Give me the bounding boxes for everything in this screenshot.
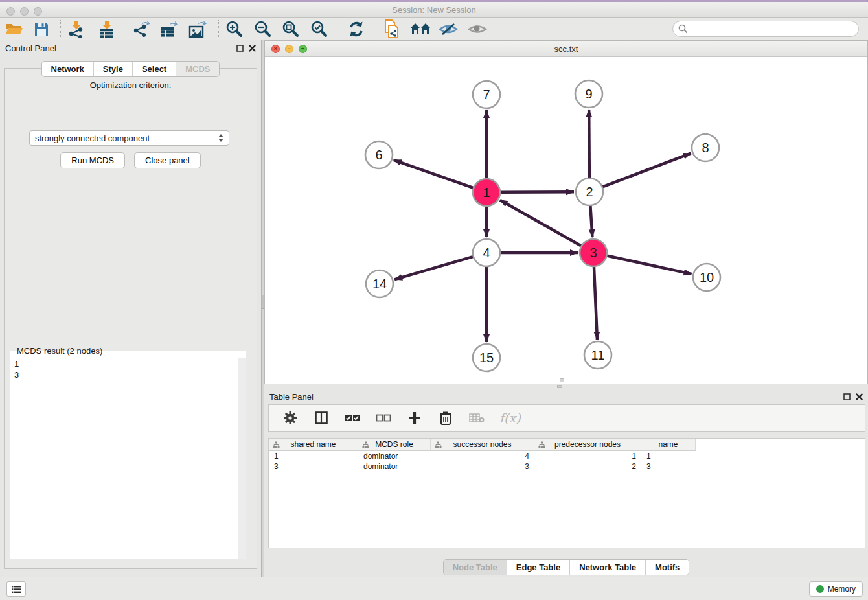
close-network-icon[interactable]: × xyxy=(271,45,280,53)
select-stepper-icon xyxy=(218,134,223,142)
horizontal-splitter[interactable] xyxy=(264,384,868,389)
select-all-button[interactable] xyxy=(344,410,361,426)
plus-icon xyxy=(408,411,421,424)
tab-style[interactable]: Style xyxy=(93,62,132,76)
show-all-button[interactable] xyxy=(466,19,488,39)
node-1[interactable]: 1 xyxy=(473,179,500,206)
table-row[interactable]: 3dominator323 xyxy=(269,461,865,472)
tab-edge-table[interactable]: Edge Table xyxy=(507,560,569,575)
app-title: Session: New Session xyxy=(392,5,475,15)
float-panel-icon[interactable] xyxy=(843,393,851,400)
run-mcds-button[interactable]: Run MCDS xyxy=(60,152,125,168)
close-panel-button[interactable]: Close panel xyxy=(134,152,201,168)
close-window-button[interactable] xyxy=(6,7,15,16)
new-network-from-selection-button[interactable] xyxy=(381,19,403,39)
save-session-button[interactable] xyxy=(30,19,52,39)
window-controls[interactable] xyxy=(6,7,42,16)
node-9[interactable]: 9 xyxy=(575,80,602,108)
edge-2-8[interactable] xyxy=(602,154,691,187)
search-input[interactable] xyxy=(688,24,858,34)
open-session-button[interactable] xyxy=(3,19,25,39)
close-panel-icon[interactable] xyxy=(856,393,863,400)
tab-select[interactable]: Select xyxy=(132,62,176,76)
edge-4-14[interactable] xyxy=(394,257,474,279)
splitter-grip[interactable] xyxy=(262,295,264,309)
network-window-controls[interactable]: × − + xyxy=(271,45,307,53)
splitter-grip[interactable] xyxy=(557,385,562,388)
task-history-button[interactable] xyxy=(6,581,26,597)
node-2[interactable]: 2 xyxy=(576,178,603,205)
edge-3-10[interactable] xyxy=(607,255,692,273)
zoom-in-button[interactable] xyxy=(223,19,246,39)
edge-3-1[interactable] xyxy=(500,200,582,246)
tab-mcds[interactable]: MCDS xyxy=(176,62,219,76)
column-header-MCDS-role[interactable]: MCDS role xyxy=(358,439,431,451)
node-7[interactable]: 7 xyxy=(473,81,500,108)
function-builder-button[interactable]: f(x) xyxy=(499,410,521,426)
edge-2-9[interactable] xyxy=(589,110,589,178)
minimize-window-button[interactable] xyxy=(20,7,29,16)
memory-button[interactable]: Memory xyxy=(809,581,863,597)
edge-1-2[interactable] xyxy=(500,192,574,192)
search-field[interactable] xyxy=(672,21,859,37)
tab-network-table[interactable]: Network Table xyxy=(569,560,645,575)
hide-selected-button[interactable] xyxy=(437,19,459,39)
delete-row-button[interactable] xyxy=(437,410,454,426)
float-panel-icon[interactable] xyxy=(236,45,244,52)
import-network-button[interactable] xyxy=(65,19,87,39)
optimization-criterion-value: strongly connected component xyxy=(35,133,150,143)
table-row[interactable]: 1dominator411 xyxy=(269,451,865,461)
zoom-window-button[interactable] xyxy=(34,7,42,16)
show-columns-button[interactable] xyxy=(313,410,330,426)
maximize-network-icon[interactable]: + xyxy=(299,45,307,53)
add-column-button[interactable] xyxy=(406,410,423,426)
svg-text:7: 7 xyxy=(483,87,490,102)
table-settings-button[interactable] xyxy=(282,410,299,426)
edge-2-3[interactable] xyxy=(590,205,592,237)
node-3[interactable]: 3 xyxy=(580,239,607,266)
mcds-result-scrollbar[interactable] xyxy=(238,358,246,559)
mcds-result-list[interactable]: 13 xyxy=(14,358,242,380)
node-15[interactable]: 15 xyxy=(473,344,500,371)
checked-boxes-icon xyxy=(345,414,360,422)
deselect-all-button[interactable] xyxy=(375,410,392,426)
column-header-predecessor-nodes[interactable]: predecessor nodes xyxy=(534,439,641,451)
canvas-resize-handle[interactable] xyxy=(560,378,564,382)
network-window-title-bar[interactable]: × − + scc.txt xyxy=(265,41,867,57)
zoom-selected-button[interactable] xyxy=(308,19,330,39)
zoom-in-icon xyxy=(225,20,244,38)
import-table-button[interactable] xyxy=(96,19,118,39)
svg-text:9: 9 xyxy=(585,87,592,101)
column-header-name[interactable]: name xyxy=(641,439,696,451)
refresh-layout-button[interactable] xyxy=(345,19,367,39)
node-8[interactable]: 8 xyxy=(692,134,719,161)
edge-3-11[interactable] xyxy=(594,266,597,340)
tab-node-table[interactable]: Node Table xyxy=(444,560,507,575)
zoom-out-button[interactable] xyxy=(252,19,274,39)
zoom-fit-button[interactable] xyxy=(280,19,302,39)
tab-motifs[interactable]: Motifs xyxy=(645,560,689,575)
mcds-result-item[interactable]: 1 xyxy=(14,358,242,369)
node-14[interactable]: 14 xyxy=(366,270,393,297)
export-network-button[interactable] xyxy=(130,19,152,39)
toolbar-separator xyxy=(60,20,61,38)
table-cell: dominator xyxy=(358,461,431,472)
home-networks-button[interactable] xyxy=(409,19,431,39)
export-image-button[interactable] xyxy=(187,19,209,39)
node-10[interactable]: 10 xyxy=(693,264,720,291)
tab-network[interactable]: Network xyxy=(42,62,93,76)
node-table-header: shared nameMCDS rolesuccessor nodesprede… xyxy=(269,439,865,451)
node-6[interactable]: 6 xyxy=(365,141,393,168)
edge-1-6[interactable] xyxy=(394,160,474,188)
optimization-criterion-select[interactable]: strongly connected component xyxy=(29,130,229,146)
export-table-button[interactable] xyxy=(158,19,180,39)
delete-column-button[interactable] xyxy=(468,410,485,426)
network-canvas[interactable]: 1234678910111415 xyxy=(265,57,867,384)
column-header-successor-nodes[interactable]: successor nodes xyxy=(431,439,534,451)
minimize-network-icon[interactable]: − xyxy=(285,45,293,53)
column-header-shared-name[interactable]: shared name xyxy=(269,439,358,451)
node-11[interactable]: 11 xyxy=(584,341,611,369)
node-4[interactable]: 4 xyxy=(473,239,500,266)
close-panel-icon[interactable] xyxy=(249,45,256,52)
mcds-result-item[interactable]: 3 xyxy=(14,369,242,380)
